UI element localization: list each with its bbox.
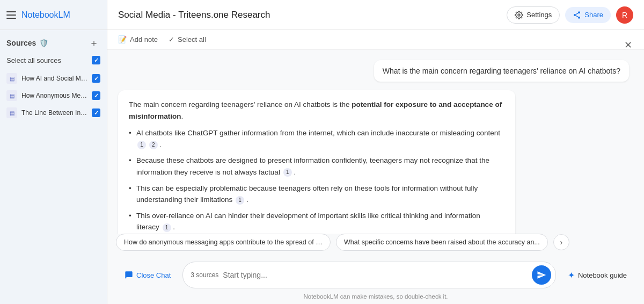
main-panel: Social Media - Triteens.one Research Set… <box>107 0 644 304</box>
disclaimer: NotebookLM can make mistakes, so double-… <box>107 291 644 304</box>
source-item-3[interactable]: ▤ The Line Between Infl... <box>6 104 100 121</box>
ai-response-bubble: The main concern regarding teenagers' re… <box>118 90 515 234</box>
user-message-bubble: What is the main concern regarding teena… <box>374 60 629 82</box>
topbar: Social Media - Triteens.one Research Set… <box>107 0 644 30</box>
response-bullets: AI chatbots like ChatGPT gather informat… <box>129 127 504 234</box>
close-chat-icon <box>125 271 133 279</box>
suggestion-chip-1[interactable]: How do anonymous messaging apps contribu… <box>116 234 331 251</box>
share-icon <box>573 11 581 19</box>
close-overlay-button[interactable]: ✕ <box>620 49 635 53</box>
add-source-button[interactable]: ＋ <box>87 37 100 49</box>
user-question-text: What is the main concern regarding teena… <box>383 67 620 75</box>
source-name-2: How Anonymous Mes... <box>21 92 87 99</box>
sources-count: 3 sources <box>191 271 218 279</box>
source-name-1: How AI and Social Me... <box>21 75 87 82</box>
bullet-2: Because these chatbots are designed to p… <box>129 155 504 178</box>
suggestions-bar: How do anonymous messaging apps contribu… <box>107 234 644 256</box>
send-icon <box>537 270 546 280</box>
chat-area: ✕ What is the main concern regarding tee… <box>107 49 644 234</box>
gear-icon <box>515 11 523 19</box>
source-name-3: The Line Between Infl... <box>21 109 87 117</box>
select-all-checkbox[interactable] <box>92 56 100 64</box>
input-area: Close Chat 3 sources ✦ Notebook guide <box>107 256 644 291</box>
svg-point-0 <box>518 14 520 16</box>
add-note-label: Add note <box>130 35 158 44</box>
chat-input-wrapper: 3 sources <box>182 262 556 288</box>
select-all-row: Select all sources <box>6 54 100 67</box>
sparkle-icon: ✦ <box>568 270 575 280</box>
hamburger-icon[interactable] <box>6 11 16 19</box>
source-doc-icon-1: ▤ <box>6 73 17 84</box>
citation-5[interactable]: 1 <box>163 223 171 232</box>
source-doc-icon-2: ▤ <box>6 90 17 101</box>
sidebar-header: NotebookLM <box>0 0 107 30</box>
response-intro: The main concern regarding teenagers' re… <box>129 99 504 122</box>
sources-section: Sources 🛡️ ＋ Select all sources ▤ How AI… <box>0 30 107 128</box>
svg-line-5 <box>576 13 579 15</box>
notebook-guide-button[interactable]: ✦ Notebook guide <box>561 266 633 285</box>
svg-point-2 <box>574 14 576 16</box>
add-note-icon: 📝 <box>118 35 127 44</box>
svg-line-4 <box>576 16 579 17</box>
chat-input[interactable] <box>223 271 528 279</box>
response-intro-end: . <box>181 112 184 120</box>
share-button[interactable]: Share <box>565 7 611 23</box>
notes-bar: 📝 Add note ✓ Select all <box>107 30 644 49</box>
close-chat-button[interactable]: Close Chat <box>118 266 177 284</box>
share-label: Share <box>584 11 603 19</box>
send-button[interactable] <box>532 265 551 285</box>
source-doc-icon-3: ▤ <box>6 107 17 118</box>
shield-icon: 🛡️ <box>39 39 48 47</box>
close-chat-label: Close Chat <box>136 271 171 279</box>
suggestion-chip-2[interactable]: What specific concerns have been raised … <box>336 234 548 251</box>
bullet-4: This over-reliance on AI can hinder thei… <box>129 210 504 233</box>
bullet-1: AI chatbots like ChatGPT gather informat… <box>129 127 504 150</box>
sidebar: NotebookLM Sources 🛡️ ＋ Select all sourc… <box>0 0 107 304</box>
source-checkbox-1[interactable] <box>92 74 100 83</box>
select-all-notes-button[interactable]: ✓ Select all <box>169 35 206 44</box>
app-logo: NotebookLM <box>21 10 70 20</box>
sources-header: Sources 🛡️ ＋ <box>6 37 100 49</box>
suggestion-next-button[interactable]: › <box>553 234 569 250</box>
select-all-notes-label: Select all <box>178 35 206 44</box>
add-note-button[interactable]: 📝 Add note <box>118 35 158 44</box>
svg-point-1 <box>578 11 580 13</box>
source-item-1[interactable]: ▤ How AI and Social Me... <box>6 70 100 87</box>
settings-button[interactable]: Settings <box>507 6 560 24</box>
avatar: R <box>616 6 633 24</box>
notebook-guide-label: Notebook guide <box>578 271 627 279</box>
citation-3[interactable]: 1 <box>283 168 292 177</box>
source-item-2[interactable]: ▤ How Anonymous Mes... <box>6 87 100 104</box>
select-all-label: Select all sources <box>6 56 61 64</box>
source-checkbox-3[interactable] <box>92 108 100 117</box>
citation-2[interactable]: 2 <box>149 141 158 149</box>
sources-title-group: Sources 🛡️ <box>6 39 48 47</box>
topbar-actions: Settings Share R <box>507 6 633 24</box>
settings-label: Settings <box>526 11 552 19</box>
bullet-3: This can be especially problematic becau… <box>129 183 504 206</box>
citation-4[interactable]: 1 <box>236 196 244 205</box>
sources-title: Sources <box>6 39 36 47</box>
response-intro-start: The main concern regarding teenagers' re… <box>129 100 352 108</box>
source-checkbox-2[interactable] <box>92 91 100 100</box>
notebook-title: Social Media - Triteens.one Research <box>118 10 270 20</box>
checkmark-icon: ✓ <box>169 35 174 44</box>
svg-point-3 <box>578 16 580 18</box>
citation-1[interactable]: 1 <box>137 141 146 149</box>
